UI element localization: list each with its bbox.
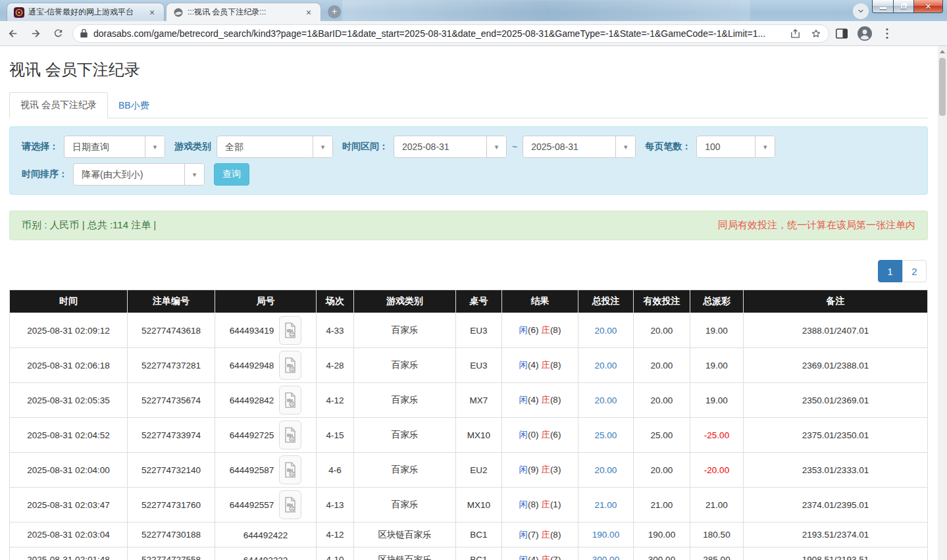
table-number: BC1	[456, 547, 502, 560]
filter-row-1: 请选择： 日期查询 ▾ 游戏类别 全部 ▾ 时间区间： 2025-08-31 ▾…	[18, 136, 919, 158]
total-bet[interactable]: 190.00	[578, 522, 634, 547]
player-score: (0)	[528, 430, 539, 440]
banker-label: 庄	[541, 530, 550, 540]
date-end-value: 2025-08-31	[523, 136, 615, 157]
column-header: 备注	[744, 290, 928, 313]
minimize-button[interactable]	[872, 0, 894, 13]
game-type-select[interactable]: 全部 ▾	[217, 136, 333, 158]
total-bet[interactable]: 21.00	[578, 488, 634, 522]
note: 2193.51/2374.01	[744, 522, 928, 547]
banker-score: (8)	[550, 395, 561, 405]
query-type-select[interactable]: 日期查询 ▾	[64, 136, 165, 158]
round-id: 644492422	[215, 522, 317, 547]
total-bet-link[interactable]: 25.00	[595, 430, 617, 440]
bet-time: 2025-08-31 02:03:04	[10, 522, 128, 547]
column-header: 总派彩	[690, 290, 744, 313]
total-bet[interactable]: 300.00	[578, 547, 634, 560]
note: 2375.01/2350.01	[744, 418, 928, 453]
game-type: 百家乐	[354, 348, 456, 383]
tab-close-icon[interactable]: ×	[303, 7, 314, 18]
session: 4-12	[317, 522, 354, 547]
total-bet-link[interactable]: 20.00	[595, 395, 617, 405]
side-panel-icon[interactable]	[836, 28, 848, 39]
banker-label: 庄	[541, 499, 550, 509]
payout: -25.00	[690, 418, 744, 453]
profile-avatar-icon[interactable]	[857, 26, 873, 41]
caret-down-icon[interactable]: ▾	[145, 136, 165, 157]
pagination-wrap: 12	[9, 260, 928, 282]
video-replay-button[interactable]	[279, 316, 301, 345]
caret-down-icon[interactable]: ▾	[486, 136, 506, 157]
bookmark-star-icon[interactable]	[810, 28, 822, 39]
tab-bb-tip[interactable]: BB小费	[108, 93, 160, 118]
aero-glass-reflection	[342, 0, 750, 21]
table-number: MX10	[456, 488, 502, 522]
caret-down-icon[interactable]: ▾	[615, 136, 635, 157]
total-bet[interactable]: 20.00	[578, 383, 634, 418]
session: 4-28	[317, 348, 354, 383]
page-title: 视讯 会员下注纪录	[9, 59, 928, 80]
total-bet-link[interactable]: 300.00	[592, 555, 619, 560]
total-bet[interactable]: 20.00	[578, 348, 634, 383]
table-row: 2025-08-31 02:01:48522774727558644492222…	[10, 547, 928, 560]
minimize-icon	[880, 7, 886, 9]
browser-tab-betrecord[interactable]: :::视讯 会员下注纪录::: ×	[166, 3, 321, 21]
scrollbar-up-button[interactable]	[938, 46, 947, 57]
total-bet-link[interactable]: 20.00	[595, 326, 617, 336]
date-start-value: 2025-08-31	[394, 136, 486, 157]
reload-button[interactable]	[49, 24, 67, 43]
bet-id: 522774727558	[128, 547, 215, 560]
caret-down-icon[interactable]: ▾	[755, 136, 775, 157]
column-header: 总投注	[578, 290, 634, 313]
scrollbar-thumb[interactable]	[939, 58, 946, 116]
total-bet-link[interactable]: 21.00	[595, 500, 617, 510]
total-bet[interactable]: 20.00	[578, 453, 634, 488]
valid-bet: 21.00	[634, 488, 690, 522]
column-header: 场次	[317, 290, 354, 313]
total-bet-link[interactable]: 20.00	[595, 465, 617, 475]
date-end-select[interactable]: 2025-08-31 ▾	[523, 136, 636, 158]
browser-tab-tongbao[interactable]: 通宝-信誉最好的网上游戏平台 ×	[7, 3, 165, 21]
video-replay-button[interactable]	[279, 455, 301, 484]
menu-kebab-icon[interactable]	[882, 28, 892, 39]
sort-select[interactable]: 降幂(由大到小) ▾	[73, 163, 205, 186]
page-size-select[interactable]: 100 ▾	[696, 136, 775, 158]
date-separator: ~	[512, 141, 517, 152]
tab-betrecord[interactable]: 视讯 会员下注纪录	[9, 92, 108, 118]
video-replay-icon	[284, 357, 297, 374]
share-icon[interactable]	[790, 28, 801, 39]
new-tab-button[interactable]: +	[328, 5, 341, 18]
total-bet-link[interactable]: 190.00	[592, 530, 619, 540]
page-button[interactable]: 2	[902, 260, 927, 282]
page-button[interactable]: 1	[878, 260, 902, 282]
forward-button[interactable]	[26, 24, 45, 43]
video-replay-button[interactable]	[279, 420, 301, 449]
tongbao-favicon-icon	[14, 7, 24, 18]
date-start-select[interactable]: 2025-08-31 ▾	[394, 136, 507, 158]
total-bet-link[interactable]: 20.00	[595, 361, 617, 370]
banker-score: (6)	[550, 430, 561, 440]
close-button[interactable]: ✕	[914, 0, 943, 13]
url-text[interactable]: dorasabs.com/game/betrecord_search/kind3…	[93, 28, 790, 39]
tab-close-icon[interactable]: ×	[147, 7, 157, 18]
restore-button[interactable]	[894, 0, 914, 13]
tab-search-button[interactable]	[853, 3, 869, 19]
search-button[interactable]: 查询	[214, 163, 249, 186]
video-replay-button[interactable]	[279, 490, 301, 519]
player-score: (4)	[528, 555, 539, 560]
video-replay-icon	[284, 426, 297, 444]
note: 2350.01/2369.01	[744, 383, 928, 418]
note: 2369.01/2388.01	[744, 348, 928, 383]
back-button[interactable]	[4, 24, 22, 43]
video-replay-button[interactable]	[279, 386, 301, 415]
video-replay-button[interactable]	[279, 351, 301, 380]
caret-down-icon[interactable]: ▾	[184, 164, 204, 185]
address-bar[interactable]: dorasabs.com/game/betrecord_search/kind3…	[72, 24, 829, 43]
page-scrollbar[interactable]	[938, 46, 947, 560]
round-id: 644492948	[215, 348, 317, 383]
total-bet[interactable]: 25.00	[578, 418, 634, 453]
caret-down-icon[interactable]: ▾	[313, 136, 332, 157]
round-id-text: 644492948	[230, 361, 274, 370]
total-bet[interactable]: 20.00	[578, 313, 634, 348]
page-tabs: 视讯 会员下注纪录 BB小费	[9, 91, 928, 118]
